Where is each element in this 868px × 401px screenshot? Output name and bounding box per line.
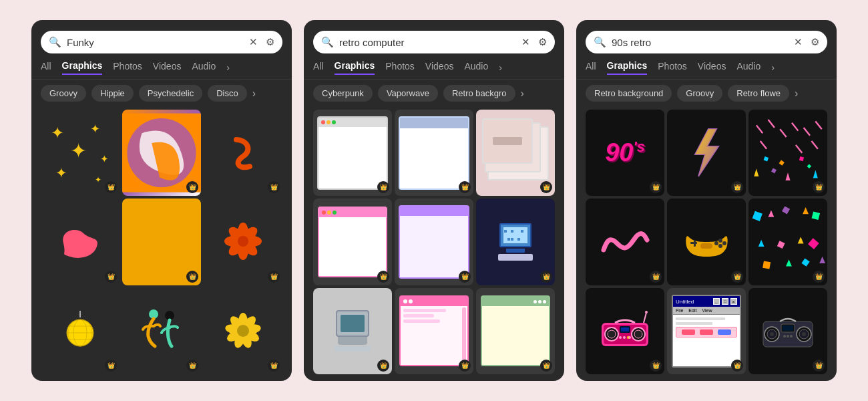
grid-item-speaker[interactable]: 👑 — [748, 288, 827, 374]
chips-more-2[interactable]: › — [521, 88, 524, 100]
clear-icon-1[interactable]: ✕ — [249, 36, 258, 48]
tab-videos-2[interactable]: Videos — [425, 61, 454, 74]
svg-rect-51 — [807, 164, 812, 168]
svg-rect-99 — [783, 325, 793, 331]
svg-point-101 — [787, 335, 789, 338]
grid-item-squiggle-pink[interactable]: 👑 — [586, 198, 664, 285]
grid-item-flower-orange[interactable]: 👑 — [204, 198, 282, 285]
svg-rect-69 — [777, 241, 785, 249]
svg-marker-53 — [754, 168, 758, 176]
tab-graphics-2[interactable]: Graphics — [335, 60, 375, 75]
grid-item-win-plain[interactable]: 👑 — [313, 110, 392, 196]
search-input-2[interactable] — [339, 37, 516, 48]
grid-item-90s-text[interactable]: 90's 👑 — [586, 110, 664, 196]
tab-more-1[interactable]: › — [226, 62, 230, 73]
grid-item-yellow-blob[interactable]: 👑 — [122, 198, 201, 285]
panel-90s-retro: 🔍 ✕ ⚙ All Graphics Photos Videos Audio ›… — [576, 20, 837, 381]
chip-retro-flower[interactable]: Retro flowe — [728, 85, 789, 102]
chips-3: Retro background Groovy Retro flowe › — [576, 80, 837, 107]
grid-item-win-cream[interactable]: 👑 — [476, 288, 555, 374]
grid-item-win-blue[interactable]: 👑 — [395, 110, 473, 196]
svg-rect-52 — [771, 168, 777, 173]
grid-item-old-computer[interactable]: 👑 — [313, 288, 392, 374]
svg-point-58 — [714, 241, 718, 245]
search-icon-3: 🔍 — [594, 36, 606, 48]
svg-point-85 — [623, 336, 626, 339]
chip-psychedelic[interactable]: Psychedelic — [139, 85, 202, 102]
crown-badge: 👑 — [105, 360, 117, 372]
tab-more-3[interactable]: › — [771, 62, 775, 73]
grid-item-squiggle-orange[interactable]: 👑 — [204, 110, 282, 196]
grid-item-win-pink2[interactable]: 👑 — [313, 198, 392, 285]
clear-icon-2[interactable]: ✕ — [521, 36, 530, 48]
crown-badge: 👑 — [731, 271, 743, 283]
filter-icon-2[interactable]: ⚙ — [538, 36, 547, 48]
tab-graphics-1[interactable]: Graphics — [62, 60, 103, 75]
chip-disco[interactable]: Disco — [208, 85, 247, 102]
svg-marker-68 — [758, 240, 765, 247]
clear-icon-3[interactable]: ✕ — [794, 36, 803, 48]
search-input-3[interactable] — [612, 37, 789, 48]
tab-photos-1[interactable]: Photos — [113, 61, 142, 74]
grid-item-disco-ball[interactable]: 👑 — [41, 288, 120, 374]
chip-groovy-3[interactable]: Groovy — [677, 85, 722, 102]
grid-item-lightning[interactable]: 👑 — [667, 110, 746, 196]
chip-retro-background[interactable]: Retro background — [586, 85, 672, 102]
tab-audio-2[interactable]: Audio — [464, 61, 488, 74]
chip-hippie[interactable]: Hippie — [91, 85, 134, 102]
crown-badge: 👑 — [813, 271, 825, 283]
tab-videos-3[interactable]: Videos — [698, 61, 726, 74]
chip-groovy[interactable]: Groovy — [41, 85, 86, 102]
grid-item-gamepad[interactable]: 👑 — [667, 198, 746, 285]
search-bar-1[interactable]: 🔍 ✕ ⚙ — [41, 31, 282, 53]
search-bar-3[interactable]: 🔍 ✕ ⚙ — [586, 31, 827, 53]
grid-item-pixel-computer[interactable]: 👑 — [476, 198, 555, 285]
svg-rect-62 — [700, 243, 712, 249]
crown-badge: 👑 — [459, 271, 471, 283]
filter-icon-1[interactable]: ⚙ — [266, 36, 274, 48]
grid-item-win-stack[interactable]: 👑 — [476, 110, 555, 196]
tab-more-2[interactable]: › — [499, 62, 502, 73]
svg-point-100 — [783, 335, 786, 338]
crown-badge: 👑 — [459, 360, 471, 372]
tab-videos-1[interactable]: Videos — [153, 61, 182, 74]
svg-point-36 — [237, 325, 249, 337]
tab-photos-3[interactable]: Photos — [658, 61, 687, 74]
tab-all-2[interactable]: All — [313, 61, 324, 74]
grid-item-boombox[interactable]: 👑 — [586, 288, 664, 374]
crown-badge: 👑 — [268, 360, 280, 372]
svg-marker-64 — [769, 211, 775, 217]
svg-rect-57 — [690, 242, 697, 244]
chips-more-3[interactable]: › — [795, 88, 798, 100]
tab-photos-2[interactable]: Photos — [385, 61, 415, 74]
grid-item-swirl[interactable]: 👑 — [122, 110, 201, 196]
grid-item-blob-pink[interactable]: 👑 — [41, 198, 120, 285]
grid-item-shapes[interactable]: 👑 — [748, 198, 827, 285]
tab-audio-3[interactable]: Audio — [736, 61, 761, 74]
grid-item-dancers[interactable]: 👑 — [122, 288, 201, 374]
tab-audio-1[interactable]: Audio — [192, 61, 216, 74]
chip-cyberpunk[interactable]: Cyberpunk — [313, 85, 373, 102]
svg-point-102 — [790, 335, 793, 338]
filter-icon-3[interactable]: ⚙ — [811, 36, 819, 48]
panel-funky: 🔍 ✕ ⚙ All Graphics Photos Videos Audio ›… — [31, 20, 292, 381]
svg-text:✦: ✦ — [90, 122, 100, 136]
grid-item-stars[interactable]: ✦ ✦ ✦ ✦ ✦ ✦ 👑 — [41, 110, 120, 196]
grid-item-confetti[interactable]: 👑 — [748, 110, 827, 196]
search-bar-2[interactable]: 🔍 ✕ ⚙ — [313, 31, 555, 53]
grid-item-win-pink-scroll[interactable]: 👑 — [395, 288, 473, 374]
chip-vaporwave[interactable]: Vaporwave — [378, 85, 438, 102]
tab-graphics-3[interactable]: Graphics — [607, 60, 648, 75]
search-input-1[interactable] — [67, 37, 244, 48]
chip-retro-bg[interactable]: Retro backgro — [443, 85, 515, 102]
tab-all-3[interactable]: All — [586, 61, 596, 74]
tab-all-1[interactable]: All — [41, 61, 51, 74]
crown-badge: 👑 — [105, 271, 117, 283]
svg-rect-74 — [801, 259, 809, 267]
chips-more-1[interactable]: › — [252, 88, 256, 100]
grid-item-win-purple[interactable]: 👑 — [395, 198, 473, 285]
svg-point-81 — [634, 330, 642, 338]
grid-item-sunflower[interactable]: 👑 — [204, 288, 282, 374]
grid-item-ui-window[interactable]: Untitled _ □ ✕ File Edit View — [667, 288, 746, 374]
crown-badge: 👑 — [377, 271, 389, 283]
